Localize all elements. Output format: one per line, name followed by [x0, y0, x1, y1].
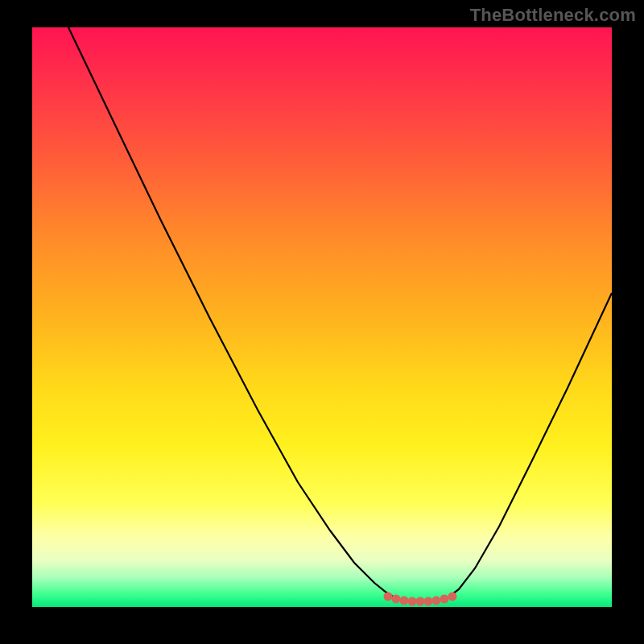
bottom-dots [384, 592, 457, 606]
dot-point [384, 592, 393, 601]
watermark-text: TheBottleneck.com [470, 5, 636, 26]
left-curve-line [68, 27, 393, 597]
dot-point [408, 597, 417, 606]
dot-point [440, 595, 449, 604]
dot-point [432, 597, 441, 605]
dot-point [416, 597, 425, 606]
dot-point [448, 592, 457, 601]
right-curve-line [449, 293, 612, 597]
chart-svg [32, 27, 612, 607]
dot-point [424, 597, 433, 606]
dot-point [400, 597, 409, 605]
dot-point [392, 595, 401, 604]
chart-frame: TheBottleneck.com [0, 0, 644, 644]
plot-area [32, 27, 612, 607]
